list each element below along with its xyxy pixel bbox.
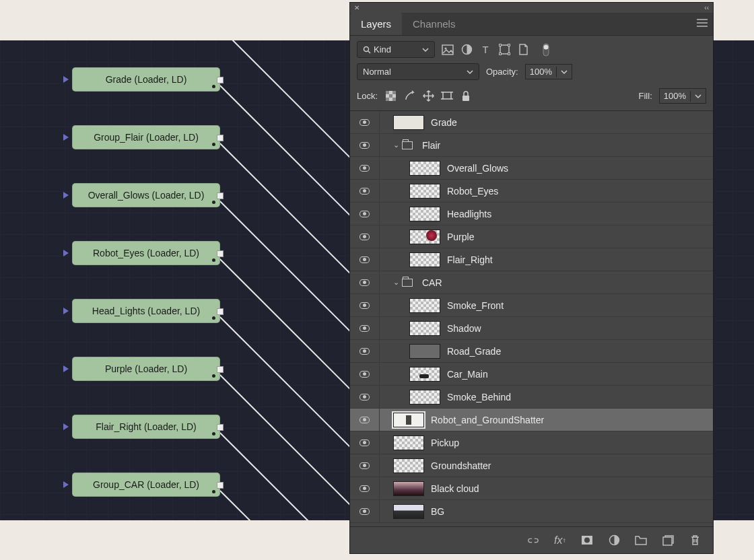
visibility-toggle[interactable]	[350, 477, 380, 499]
layer-row[interactable]: ⌄CAR	[350, 271, 713, 294]
tab-layers[interactable]: Layers	[350, 13, 402, 35]
layer-row[interactable]: Smoke_Behind	[350, 386, 713, 409]
filter-shape-icon[interactable]	[498, 44, 510, 56]
graph-node[interactable]: Purple (Loader, LD)	[72, 357, 220, 381]
new-group-icon[interactable]	[635, 534, 647, 547]
output-port[interactable]	[217, 308, 224, 315]
filter-dropdown[interactable]: Kind	[357, 41, 435, 58]
layer-row[interactable]: Overall_Glows	[350, 157, 713, 180]
visibility-toggle[interactable]	[350, 317, 380, 339]
lock-all-icon[interactable]	[460, 90, 472, 102]
visibility-toggle[interactable]	[350, 500, 380, 522]
panel-menu-icon[interactable]	[697, 19, 708, 27]
link-layers-icon[interactable]	[527, 534, 539, 547]
layer-row[interactable]: Smoke_Front	[350, 294, 713, 317]
visibility-toggle[interactable]	[350, 180, 380, 202]
layer-name: Smoke_Behind	[447, 392, 511, 403]
layer-row[interactable]: Robot_Eyes	[350, 180, 713, 203]
visibility-toggle[interactable]	[350, 340, 380, 362]
layer-row[interactable]: Pickup	[350, 431, 713, 454]
output-port[interactable]	[217, 77, 224, 83]
layer-fx-icon[interactable]: fx	[554, 534, 566, 547]
tab-channels[interactable]: Channels	[402, 13, 466, 35]
add-mask-icon[interactable]	[581, 534, 593, 547]
blend-mode-value: Normal	[363, 67, 391, 77]
search-icon	[363, 46, 371, 54]
layer-row[interactable]: Shadow	[350, 317, 713, 340]
opacity-input[interactable]: 100%	[525, 64, 572, 79]
visibility-toggle[interactable]	[350, 111, 380, 133]
layer-row[interactable]: Black cloud	[350, 477, 713, 500]
visibility-toggle[interactable]	[350, 386, 380, 408]
layer-row[interactable]: Purple	[350, 225, 713, 248]
layer-row[interactable]: ⌄Flair	[350, 134, 713, 157]
visibility-toggle[interactable]	[350, 203, 380, 225]
eye-icon	[359, 119, 370, 126]
visibility-toggle[interactable]	[350, 271, 380, 293]
filter-type-icon[interactable]: T	[479, 44, 491, 56]
output-port[interactable]	[217, 193, 224, 199]
lock-transparency-icon[interactable]	[384, 90, 397, 102]
fill-input[interactable]: 100%	[659, 88, 706, 104]
graph-node[interactable]: Robot_Eyes (Loader, LD)	[72, 241, 220, 265]
eye-icon	[359, 256, 370, 263]
graph-node[interactable]: Group_CAR (Loader, LD)	[72, 473, 220, 497]
panel-titlebar[interactable]: ✕ ‹‹	[350, 3, 713, 13]
graph-node[interactable]: Flair_Right (Loader, LD)	[72, 415, 220, 439]
disclosure-icon[interactable]: ⌄	[393, 141, 399, 149]
disclosure-icon[interactable]: ⌄	[393, 278, 399, 287]
close-icon[interactable]: ✕	[354, 4, 359, 11]
filter-adjustment-icon[interactable]	[460, 44, 473, 56]
visibility-toggle[interactable]	[350, 248, 380, 271]
lock-image-icon[interactable]	[403, 90, 415, 102]
output-port[interactable]	[217, 135, 224, 141]
visibility-toggle[interactable]	[350, 363, 380, 385]
output-port[interactable]	[217, 482, 224, 489]
lock-position-icon[interactable]	[422, 90, 434, 102]
svg-point-29	[584, 538, 590, 543]
graph-node[interactable]: Group_Flair (Loader, LD)	[72, 125, 220, 149]
layer-row[interactable]: Road_Grade	[350, 340, 713, 363]
blend-mode-dropdown[interactable]: Normal	[357, 63, 479, 80]
lock-artboard-icon[interactable]	[441, 90, 453, 102]
collapse-icon[interactable]: ‹‹	[704, 4, 709, 11]
new-adjustment-icon[interactable]	[608, 534, 620, 547]
chevron-down-icon	[467, 69, 473, 75]
new-layer-icon[interactable]	[662, 534, 674, 547]
layer-row[interactable]: Groundshatter	[350, 454, 713, 477]
visibility-toggle[interactable]	[350, 431, 380, 454]
delete-layer-icon[interactable]	[689, 534, 701, 547]
graph-node[interactable]: Head_Lights (Loader, LD)	[72, 299, 220, 323]
output-port[interactable]	[217, 366, 224, 373]
layers-list[interactable]: Grade⌄FlairOverall_GlowsRobot_EyesHeadli…	[350, 111, 713, 526]
layer-row[interactable]: Headlights	[350, 203, 713, 225]
graph-node[interactable]: Overall_Glows (Loader, LD)	[72, 183, 220, 207]
svg-rect-18	[392, 91, 396, 94]
filter-toggle[interactable]	[540, 44, 552, 56]
layer-row[interactable]: Robot_and_GroundShatter	[350, 409, 713, 431]
eye-icon	[359, 211, 370, 217]
layer-row[interactable]: BG	[350, 500, 713, 523]
svg-point-3	[364, 46, 369, 51]
visibility-toggle[interactable]	[350, 454, 380, 477]
layer-row[interactable]: Grade	[350, 111, 713, 134]
output-port[interactable]	[217, 424, 224, 431]
eye-icon	[359, 371, 370, 378]
svg-rect-27	[462, 96, 469, 101]
layer-name: Flair	[422, 140, 440, 151]
visibility-toggle[interactable]	[350, 157, 380, 179]
visibility-toggle[interactable]	[350, 409, 380, 431]
filter-label: Kind	[374, 44, 391, 55]
filter-pixel-icon[interactable]	[442, 44, 454, 56]
eye-icon	[359, 234, 370, 240]
output-port[interactable]	[217, 250, 224, 257]
layer-name: Car_Main	[447, 369, 488, 380]
layer-row[interactable]: Flair_Right	[350, 248, 713, 271]
visibility-toggle[interactable]	[350, 225, 380, 248]
visibility-toggle[interactable]	[350, 294, 380, 316]
graph-node[interactable]: Grade (Loader, LD)	[72, 67, 220, 92]
visibility-toggle[interactable]	[350, 134, 380, 156]
panel-tabs: Layers Channels	[350, 13, 713, 36]
layer-row[interactable]: Car_Main	[350, 363, 713, 386]
filter-smartobject-icon[interactable]	[517, 44, 529, 56]
